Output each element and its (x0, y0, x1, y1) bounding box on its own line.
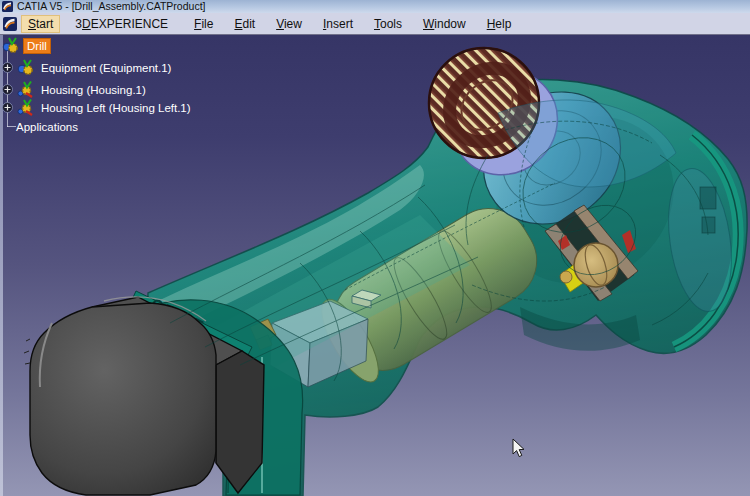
tree-node-label[interactable]: Housing (Housing.1) (38, 83, 149, 97)
tree-node-housing-left[interactable]: Housing Left (Housing Left.1) (2, 99, 194, 116)
menu-item-3dexperience[interactable]: 3DEXPERIENCE (69, 15, 174, 33)
menu-item-tools[interactable]: Tools (368, 15, 408, 33)
tree-node-housing[interactable]: Housing (Housing.1) (2, 81, 149, 98)
menu-bar: Start 3DEXPERIENCE File Edit View Insert… (0, 13, 750, 35)
tree-node-label[interactable]: Drill (23, 38, 51, 54)
expand-icon[interactable] (2, 102, 13, 113)
expand-icon[interactable] (2, 84, 13, 95)
catia-logo-icon (3, 17, 17, 31)
catia-window: CATIA V5 - [Drill_Assembly.CATProduct] S… (0, 0, 750, 496)
menu-item-window[interactable]: Window (417, 15, 472, 33)
menu-item-start[interactable]: Start (21, 15, 60, 33)
component-icon (17, 59, 34, 76)
menu-item-view[interactable]: View (270, 15, 308, 33)
app-icon (2, 1, 13, 12)
tree-node-drill[interactable]: Drill (2, 37, 51, 54)
3d-viewport[interactable]: CENIT (0, 35, 750, 496)
title-bar: CATIA V5 - [Drill_Assembly.CATProduct] (0, 0, 750, 13)
tree-node-label[interactable]: Applications (13, 120, 81, 134)
part-icon (17, 99, 34, 116)
mouse-cursor (511, 438, 525, 458)
product-icon (2, 37, 19, 54)
menu-item-file[interactable]: File (188, 15, 219, 33)
expand-icon[interactable] (2, 62, 13, 73)
tree-node-label[interactable]: Equipment (Equipment.1) (38, 61, 174, 75)
tree-node-applications[interactable]: Applications (13, 120, 81, 134)
window-title: CATIA V5 - [Drill_Assembly.CATProduct] (17, 0, 205, 13)
menu-item-insert[interactable]: Insert (317, 15, 359, 33)
tree-node-equipment[interactable]: Equipment (Equipment.1) (2, 59, 174, 76)
menu-item-edit[interactable]: Edit (228, 15, 261, 33)
menu-item-help[interactable]: Help (481, 15, 518, 33)
part-icon (17, 81, 34, 98)
tree-node-label[interactable]: Housing Left (Housing Left.1) (38, 101, 194, 115)
